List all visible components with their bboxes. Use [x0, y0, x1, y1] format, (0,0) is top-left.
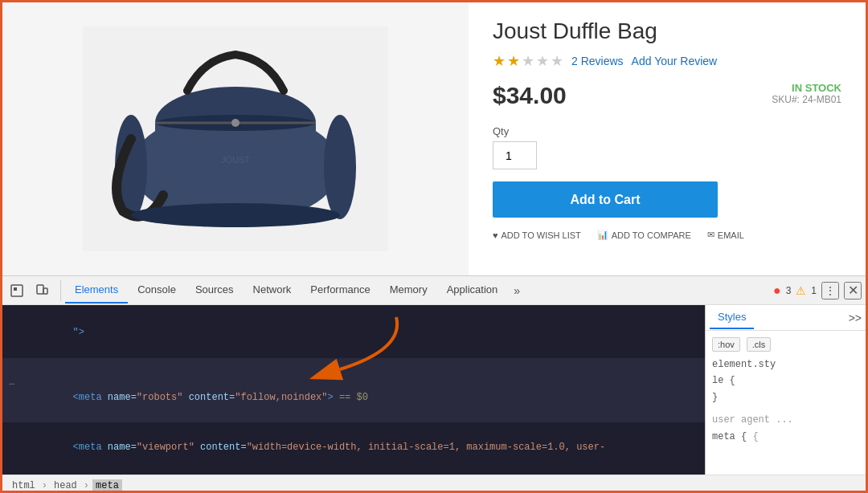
warning-triangle-icon: ⚠	[796, 284, 806, 297]
style-rule-element: element.sty le { }	[712, 357, 859, 405]
sku-value: 24-MB01	[802, 94, 841, 105]
breadcrumb-meta[interactable]: meta	[92, 479, 122, 492]
rating-row: ★ ★ ★ ★ ★ 2 Reviews Add Your Review	[493, 52, 841, 70]
code-line-2[interactable]: … <meta name="robots" content="follow,no…	[2, 358, 705, 423]
hov-button[interactable]: :hov	[712, 337, 740, 352]
qty-input[interactable]	[493, 141, 537, 169]
add-review-link[interactable]: Add Your Review	[632, 55, 718, 67]
pseudo-buttons-row: :hov .cls	[712, 337, 859, 352]
sku: SKU#: 24-MB01	[772, 94, 841, 105]
svg-rect-12	[14, 287, 17, 291]
wish-list-label: ADD TO WISH LIST	[502, 230, 581, 240]
qty-label: Qty	[493, 125, 841, 137]
star-5: ★	[551, 52, 563, 70]
star-1: ★	[493, 52, 506, 70]
add-to-cart-button[interactable]: Add to Cart	[493, 181, 718, 218]
tab-elements[interactable]: Elements	[65, 277, 128, 304]
action-links: ♥ ADD TO WISH LIST 📊 ADD TO COMPARE ✉ EM…	[493, 230, 841, 240]
svg-rect-13	[37, 285, 43, 294]
styles-panel: Styles >> :hov .cls element.sty le { } u…	[705, 305, 866, 475]
email-icon: ✉	[707, 230, 714, 240]
code-line-3b: scalable=no">	[2, 472, 705, 475]
devtools-panel: Elements Console Sources Network Perform…	[2, 275, 866, 493]
right-panel-more-button[interactable]: >>	[849, 312, 862, 324]
tab-styles[interactable]: Styles	[710, 306, 754, 329]
tab-sources[interactable]: Sources	[186, 277, 244, 304]
breadcrumb-html[interactable]: html	[9, 479, 39, 492]
tab-memory[interactable]: Memory	[380, 277, 437, 304]
error-circle-icon: ●	[773, 283, 781, 298]
wish-list-link[interactable]: ♥ ADD TO WISH LIST	[493, 230, 581, 240]
email-label: EMAIL	[718, 230, 744, 240]
svg-text:JOUST: JOUST	[221, 155, 250, 165]
tab-performance[interactable]: Performance	[301, 277, 379, 304]
product-image: JOUST	[83, 26, 388, 251]
dots-indicator: …	[9, 375, 14, 390]
heart-icon: ♥	[493, 230, 498, 240]
right-panel-tabs: Styles >>	[706, 305, 866, 331]
sku-label: SKU#:	[772, 94, 800, 105]
product-image-area: JOUST	[2, 2, 469, 275]
devtools-icons	[6, 280, 61, 301]
devtools-tabs: Elements Console Sources Network Perform…	[2, 276, 866, 305]
reviews-link[interactable]: 2 Reviews	[571, 55, 624, 67]
svg-point-8	[131, 203, 340, 227]
devtools-right-controls: ● 3 ⚠ 1 ⋮ ✕	[773, 282, 862, 299]
in-stock-label: IN STOCK	[772, 82, 841, 94]
devtools-menu-button[interactable]: ⋮	[821, 282, 839, 299]
svg-point-6	[324, 115, 356, 219]
product-title: Joust Duffle Bag	[493, 18, 841, 44]
code-line-1: ">	[2, 308, 705, 358]
tab-application[interactable]: Application	[437, 277, 508, 304]
compare-icon: 📊	[597, 230, 608, 240]
product-price: $34.00	[493, 82, 567, 109]
cls-button[interactable]: .cls	[747, 337, 772, 352]
tab-console[interactable]: Console	[128, 277, 186, 304]
price-row: $34.00 IN STOCK SKU#: 24-MB01	[493, 82, 841, 109]
star-4: ★	[536, 52, 549, 70]
star-2: ★	[507, 52, 520, 70]
device-toolbar-button[interactable]	[31, 280, 52, 301]
warning-count: 1	[811, 285, 817, 296]
stock-info: IN STOCK SKU#: 24-MB01	[772, 82, 841, 105]
email-link[interactable]: ✉ EMAIL	[707, 230, 744, 240]
devtools-body: "> … <meta name="robots" content="follow…	[2, 305, 866, 475]
breadcrumb-head[interactable]: head	[51, 479, 80, 492]
star-rating: ★ ★ ★ ★ ★	[493, 52, 563, 70]
compare-link[interactable]: 📊 ADD TO COMPARE	[597, 230, 691, 240]
product-details: Joust Duffle Bag ★ ★ ★ ★ ★ 2 Reviews Add…	[469, 2, 866, 275]
svg-point-9	[231, 119, 240, 127]
code-line-3: <meta name="viewport" content="width=dev…	[2, 422, 705, 472]
styles-content: :hov .cls element.sty le { } user agent …	[706, 331, 866, 475]
elements-panel[interactable]: "> … <meta name="robots" content="follow…	[2, 305, 705, 475]
devtools-breadcrumb: html › head › meta	[2, 475, 866, 493]
error-count: 3	[786, 285, 792, 296]
compare-label: ADD TO COMPARE	[612, 230, 691, 240]
star-3: ★	[522, 52, 534, 70]
style-rule-agent: user agent ... meta { {	[712, 412, 859, 445]
svg-rect-14	[43, 288, 47, 294]
product-section: JOUST Joust Duffle Bag ★ ★ ★ ★ ★ 2 Revie…	[2, 2, 866, 275]
devtools-close-button[interactable]: ✕	[844, 282, 862, 299]
inspect-element-button[interactable]	[6, 280, 27, 301]
more-tabs-button[interactable]: »	[507, 278, 526, 304]
tab-network[interactable]: Network	[244, 277, 301, 304]
